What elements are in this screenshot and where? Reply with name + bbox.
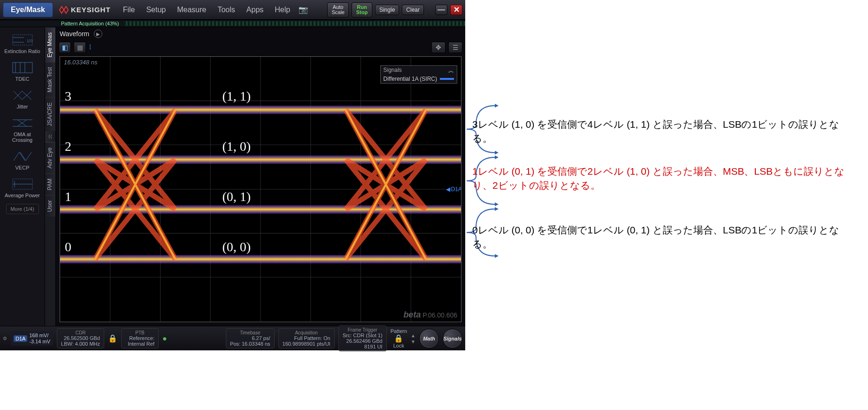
menu-file[interactable]: File (117, 6, 141, 14)
plot-svg (60, 57, 461, 322)
settings-gear-icon[interactable]: ⚙ (3, 336, 7, 341)
vtab-eye-meas[interactable]: Eye Meas (45, 27, 55, 62)
lock-icon[interactable]: 🔒 (391, 334, 407, 343)
acq-pts: 160.98998901 pts/UI (283, 341, 330, 347)
timebase-pos: Pos: 16.03348 ns (230, 341, 270, 347)
menu-measure[interactable]: Measure (171, 6, 212, 14)
vtab-user[interactable]: User (45, 195, 55, 217)
cdr-title: CDR (61, 330, 100, 335)
eye-diagram-plot[interactable]: 16.03348 ns Signals︽ Differential 1A (SI… (60, 56, 461, 322)
menu-items: File Setup Measure Tools Apps Help (117, 6, 296, 14)
cdr-panel[interactable]: CDR 26.562500 GBd LBW: 4.000 MHz (57, 328, 104, 348)
annotation-3: 0レベル (0, 0) を受信側で1レベル (0, 1) と誤った場合、LSBの… (472, 223, 857, 252)
vtab-adv-eye[interactable]: Adv Eye (45, 142, 55, 173)
channel-tag: D1A (14, 335, 27, 342)
timebase-panel[interactable]: Timebase 6.27 ps/ Pos: 16.03348 ns (226, 328, 275, 348)
rail-item-tdec[interactable]: TDEC (3, 58, 42, 85)
measurement-rail: 1/0 Extinction Ratio TDEC Jitter OMA at … (0, 27, 45, 326)
pattern-acq-label: Pattern Acquisition (43%) (0, 21, 119, 26)
pattern-wave-preview (124, 21, 465, 26)
channel-chip-d1a[interactable]: D1A 168 mV/-3.14 mV (11, 331, 53, 345)
menu-tool-button[interactable]: ☰ (448, 42, 462, 53)
channel-offset: -3.14 mV (29, 339, 50, 344)
top-right-controls: Auto Scale Run Stop Single Clear — ✕ (327, 2, 465, 17)
keysight-app: Eye/Mask KEYSIGHT File Setup Measure Too… (0, 0, 465, 350)
vtab-expand-button[interactable]: ⟨⟨ (45, 131, 55, 142)
waveform-play-icon[interactable]: ▶ (94, 30, 102, 38)
pattern-label: Pattern (391, 328, 407, 334)
extinction-ratio-icon: 1/0 (11, 33, 34, 47)
signals-legend[interactable]: Signals︽ Differential 1A (SIRC) (380, 65, 458, 84)
acq-fullpattern: Full Pattern: On (283, 335, 330, 341)
vtab-jsa-cre[interactable]: JSA/CRE (45, 97, 55, 131)
tdec-icon (11, 61, 34, 75)
jitter-icon (11, 88, 34, 102)
statusbar: ⚙ D1A 168 mV/-3.14 mV CDR 26.562500 GBd … (0, 326, 465, 350)
legend-swatch (440, 78, 454, 80)
legend-collapse-icon[interactable]: ︽ (448, 67, 454, 75)
ft-ui: 8191 UI (343, 344, 383, 349)
vertical-tabs: Eye Meas Mask Test JSA/CRE ⟨⟨ Adv Eye PA… (45, 27, 56, 326)
rail-label: Jitter (17, 104, 28, 109)
display-mode-1-button[interactable]: ◧ (59, 42, 71, 53)
math-button[interactable]: Math (419, 329, 439, 348)
ft-rate: 26.562496 GBd (343, 338, 383, 344)
acquisition-panel[interactable]: Acquisition Full Pattern: On 160.9899890… (278, 328, 335, 348)
bitpair-00: (0, 0) (222, 240, 251, 255)
ptb-panel[interactable]: PTB Reference: Internal Ref (121, 328, 159, 348)
timebase-title: Timebase (230, 330, 270, 335)
menu-help[interactable]: Help (269, 6, 296, 14)
camera-icon[interactable]: 📷 (299, 5, 308, 14)
minimize-button[interactable]: — (435, 5, 447, 15)
rail-label: OMA at Crossing (12, 132, 32, 143)
rail-more-button[interactable]: More (1/4) (6, 204, 39, 214)
timebase-scale: 6.27 ps/ (230, 335, 270, 341)
avgpower-icon (11, 177, 34, 191)
d1a-marker: D1A (446, 186, 461, 193)
rail-label: Average Power (5, 193, 40, 198)
rail-item-extinction-ratio[interactable]: 1/0 Extinction Ratio (3, 30, 42, 57)
toolbar-dots-icon[interactable]: ⠇ (89, 46, 93, 49)
autoscale-l2: Scale (331, 10, 345, 15)
vtab-mask-test[interactable]: Mask Test (45, 62, 55, 97)
updown-arrows[interactable]: ▲▼ (411, 333, 415, 344)
waveform-header: Waveform ▶ (56, 27, 465, 40)
cdr-lock-icon: 🔒 (108, 334, 117, 343)
beta-stamp: beta P.06.00.606 (403, 310, 457, 320)
signals-button[interactable]: Signals (443, 329, 462, 348)
beta-text: beta (403, 310, 421, 319)
rail-label: Extinction Ratio (4, 48, 40, 54)
clear-button[interactable]: Clear (402, 5, 424, 15)
toolbar-right: ✥ ☰ (431, 42, 462, 53)
cdr-rate: 26.562500 GBd (61, 335, 100, 341)
menu-apps[interactable]: Apps (241, 6, 269, 14)
level-0-label: 0 (65, 240, 71, 255)
eye-mask-button[interactable]: Eye/Mask (3, 2, 53, 17)
body-row: 1/0 Extinction Ratio TDEC Jitter OMA at … (0, 27, 465, 326)
close-button[interactable]: ✕ (450, 5, 462, 15)
autoscale-button[interactable]: Auto Scale (327, 2, 349, 17)
oma-icon (11, 116, 34, 130)
rail-item-average-power[interactable]: Average Power (3, 174, 42, 201)
rail-item-vecp[interactable]: VECP (3, 147, 42, 173)
rail-item-oma-crossing[interactable]: OMA at Crossing (3, 113, 42, 146)
brand-logo: KEYSIGHT (59, 5, 111, 15)
cdr-lbw: LBW: 4.000 MHz (61, 341, 100, 347)
single-button[interactable]: Single (375, 5, 399, 15)
rail-item-jitter[interactable]: Jitter (3, 85, 42, 112)
run-stop-button[interactable]: Run Stop (352, 2, 372, 17)
frame-imgtrigger-panel[interactable]: Frame Trigger Src: CDR (Slot 1) 26.56249… (338, 325, 387, 351)
vecp-icon (11, 149, 34, 163)
waveform-title: Waveform (60, 30, 89, 38)
level-2-label: 2 (65, 139, 71, 154)
keysight-icon (59, 5, 69, 15)
menu-setup[interactable]: Setup (140, 6, 171, 14)
main-area: Waveform ▶ ◧ ▦ ⠇ ✥ ☰ (56, 27, 465, 326)
level-1-label: 1 (65, 189, 71, 204)
waveform-toolbar: ◧ ▦ ⠇ ✥ ☰ (56, 40, 465, 54)
bitpair-10: (1, 0) (222, 139, 251, 154)
menu-tools[interactable]: Tools (212, 6, 240, 14)
display-mode-2-button[interactable]: ▦ (74, 42, 86, 53)
pan-tool-button[interactable]: ✥ (431, 42, 446, 53)
vtab-pam[interactable]: PAM (45, 173, 55, 195)
